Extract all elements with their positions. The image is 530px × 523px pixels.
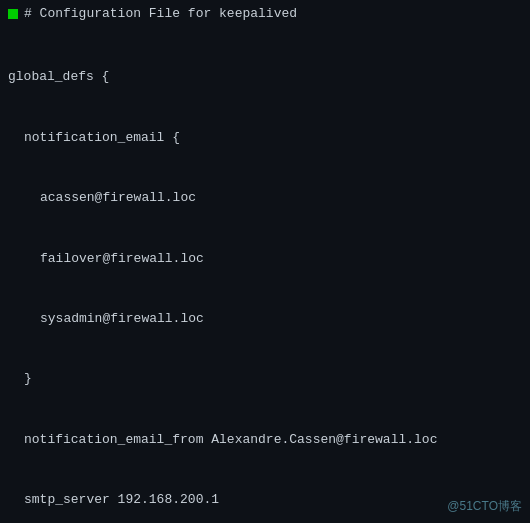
code-content: global_defs { notification_email { acass… [8,27,522,523]
header-title: # Configuration File for keepalived [24,6,297,21]
watermark: @51CTO博客 [447,498,522,515]
header-bar: # Configuration File for keepalived [8,6,522,21]
green-icon [8,9,18,19]
terminal-window: # Configuration File for keepalived glob… [0,0,530,523]
line-3: acassen@firewall.loc [40,188,522,208]
line-4: failover@firewall.loc [40,249,522,269]
line-2: notification_email { [24,128,522,148]
line-7: notification_email_from Alexandre.Cassen… [24,430,522,450]
line-1: global_defs { [8,67,522,87]
line-6: } [24,369,522,389]
line-5: sysadmin@firewall.loc [40,309,522,329]
